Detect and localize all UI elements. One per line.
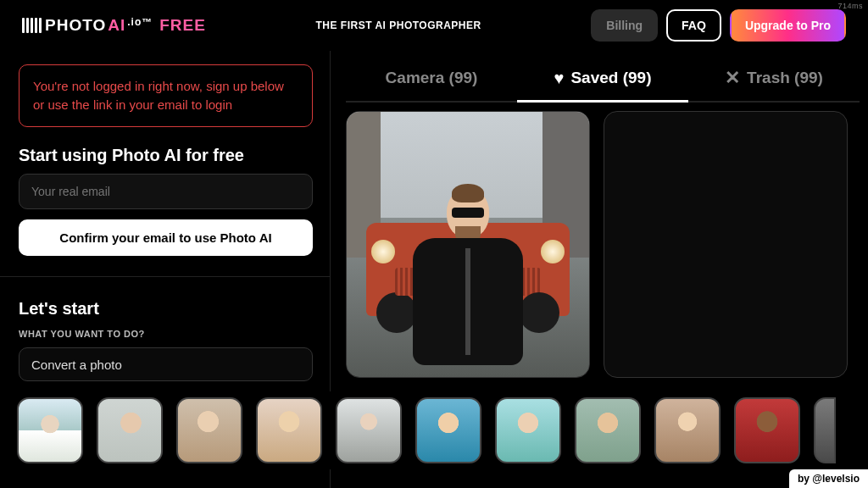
- email-field[interactable]: [19, 174, 313, 209]
- logo[interactable]: PHOTO AI .io™ FREE: [22, 16, 206, 35]
- tabs: Camera (99) ♥ Saved (99) ✕ Trash (99): [346, 56, 860, 103]
- billing-button[interactable]: Billing: [591, 9, 658, 42]
- perf-badge: 714ms: [837, 2, 863, 10]
- thumbnail-10[interactable]: [734, 397, 800, 463]
- login-alert: You're not logged in right now, sign up …: [19, 64, 313, 127]
- saved-photo-2[interactable]: [604, 111, 848, 378]
- tagline: THE FIRST AI PHOTOGRAPHER: [316, 19, 481, 31]
- thumbnail-strip[interactable]: [0, 391, 868, 469]
- divider: [0, 276, 331, 277]
- tab-saved-label: Saved (99): [570, 69, 651, 87]
- action-select[interactable]: Convert a photo: [19, 347, 313, 381]
- faq-button[interactable]: FAQ: [666, 9, 721, 42]
- logo-free: FREE: [159, 16, 206, 35]
- thumbnail-6[interactable]: [415, 397, 481, 463]
- thumbnail-7[interactable]: [495, 397, 561, 463]
- thumbnail-11[interactable]: [814, 397, 836, 463]
- close-icon: ✕: [725, 67, 740, 89]
- upgrade-button[interactable]: Upgrade to Pro: [730, 9, 846, 42]
- thumbnail-1[interactable]: [17, 397, 83, 463]
- logo-ai: AI: [108, 16, 125, 35]
- tab-camera[interactable]: Camera (99): [346, 56, 517, 103]
- tab-saved[interactable]: ♥ Saved (99): [517, 56, 688, 103]
- thumbnail-3[interactable]: [176, 397, 242, 463]
- thumbnail-9[interactable]: [654, 397, 721, 463]
- tab-camera-label: Camera (99): [386, 69, 478, 87]
- want-label: WHAT YOU WANT TO DO?: [19, 329, 313, 339]
- logo-bars-icon: [22, 18, 42, 33]
- tab-trash[interactable]: ✕ Trash (99): [688, 56, 860, 103]
- thumbnail-4[interactable]: [256, 397, 322, 463]
- start-title: Start using Photo AI for free: [19, 146, 313, 165]
- header-buttons: Billing FAQ Upgrade to Pro: [591, 9, 846, 42]
- tab-trash-label: Trash (99): [747, 69, 823, 87]
- heart-icon: ♥: [554, 69, 565, 88]
- thumbnail-2[interactable]: [97, 397, 163, 463]
- photo-scene: [347, 112, 589, 377]
- logo-photo: PHOTO: [45, 16, 106, 35]
- logo-io: .io™: [127, 16, 153, 28]
- confirm-email-button[interactable]: Confirm your email to use Photo AI: [19, 219, 313, 256]
- thumbnail-5[interactable]: [336, 397, 402, 463]
- saved-photo-1[interactable]: [346, 111, 590, 378]
- credit-badge[interactable]: by @levelsio: [789, 469, 868, 488]
- header: PHOTO AI .io™ FREE THE FIRST AI PHOTOGRA…: [0, 0, 868, 51]
- lets-start-title: Let's start: [19, 299, 313, 319]
- thumbnail-8[interactable]: [575, 397, 641, 463]
